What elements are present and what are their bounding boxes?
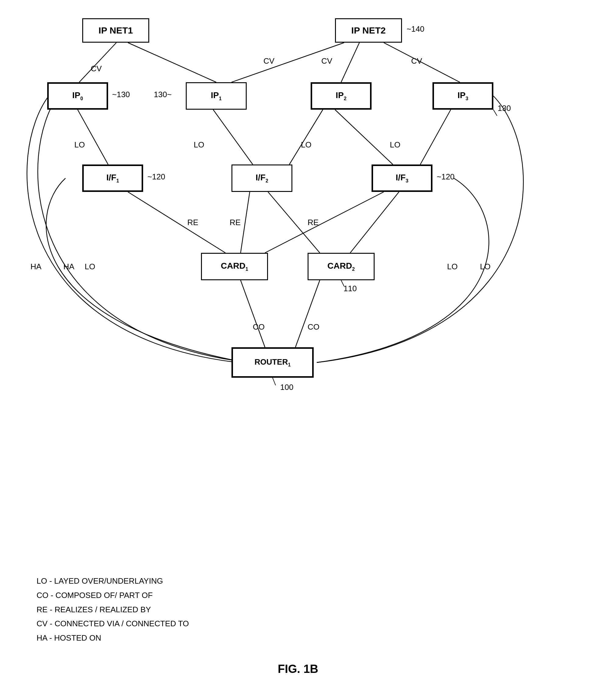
lo-label-if3-router: LO (447, 262, 458, 271)
if3-box: I/F3 (371, 165, 433, 192)
legend-cv: CV - CONNECTED VIA / CONNECTED TO (36, 617, 189, 631)
card1-box: CARD1 (201, 253, 268, 280)
lo-label-2: LO (194, 140, 204, 150)
legend-lo: LO - LAYED OVER/UNDERLAYING (36, 574, 189, 588)
cv-label-2: CV (263, 56, 275, 66)
router1-ref: 100 (280, 382, 293, 392)
svg-line-1 (128, 43, 216, 82)
re-label-3: RE (308, 218, 318, 227)
if1-box: I/F1 (82, 165, 143, 192)
lo-label-3: LO (301, 140, 312, 150)
ip3-label: IP3 (458, 91, 468, 101)
ip2-box: IP2 (311, 82, 371, 110)
ip1-ref: 130~ (154, 90, 172, 99)
co-label-1: CO (253, 322, 265, 332)
card2-box: CARD2 (308, 253, 374, 280)
ip-net2-ref: ~140 (407, 24, 424, 34)
svg-line-9 (420, 110, 451, 165)
card1-label: CARD1 (221, 261, 248, 272)
svg-line-13 (265, 192, 384, 253)
ip3-ref: 130 (498, 104, 511, 113)
lo-label-ip3-router: LO (480, 262, 491, 271)
diagram: IP NET1 IP NET2 IP0 IP1 IP2 IP3 I/F1 I/F… (0, 0, 596, 700)
ip3-box: IP3 (433, 82, 493, 110)
cv-label-4: CV (411, 56, 422, 66)
ip0-box: IP0 (47, 82, 108, 110)
svg-line-16 (295, 280, 320, 347)
lo-label-if1-router: LO (85, 262, 95, 271)
router1-label: ROUTER1 (255, 357, 291, 368)
card2-label: CARD2 (328, 261, 355, 272)
ip2-label: IP2 (336, 91, 346, 101)
if2-label: I/F2 (256, 173, 268, 184)
ha-label-1: HA (30, 262, 42, 271)
svg-line-6 (213, 110, 253, 165)
legend-co: CO - COMPOSED OF/ PART OF (36, 588, 189, 602)
ha-label-2: HA (63, 262, 74, 271)
card2-ref: 110 (343, 284, 357, 293)
re-label-1: RE (187, 218, 198, 227)
svg-line-5 (78, 110, 108, 165)
svg-line-3 (341, 43, 359, 82)
cv-label-1: CV (91, 64, 102, 73)
ip1-box: IP1 (186, 82, 247, 110)
svg-line-19 (493, 110, 497, 116)
if3-label: I/F3 (396, 173, 408, 184)
lo-label-1: LO (74, 140, 85, 150)
legend-ha: HA - HOSTED ON (36, 631, 189, 645)
router1-box: ROUTER1 (231, 347, 314, 378)
svg-line-7 (289, 110, 323, 165)
svg-line-0 (79, 43, 116, 82)
legend: LO - LAYED OVER/UNDERLAYING CO - COMPOSE… (36, 574, 189, 645)
ip0-ref: ~130 (112, 90, 130, 99)
lo-label-4: LO (390, 140, 400, 150)
svg-line-11 (240, 192, 250, 253)
fig-caption: FIG. 1B (0, 662, 596, 676)
ip-net2-label: IP NET2 (352, 25, 386, 35)
ip1-label: IP1 (211, 91, 222, 101)
svg-line-15 (240, 280, 265, 347)
ip-net2-box: IP NET2 (335, 18, 402, 43)
legend-re: RE - REALIZES / REALIZED BY (36, 602, 189, 617)
cv-label-3: CV (321, 56, 332, 66)
co-label-2: CO (308, 322, 319, 332)
re-label-2: RE (230, 218, 240, 227)
ip-net1-box: IP NET1 (82, 18, 149, 43)
svg-line-8 (335, 110, 393, 165)
if1-ref: ~120 (148, 172, 165, 181)
ip-net1-label: IP NET1 (99, 25, 133, 35)
svg-line-18 (273, 378, 276, 385)
ip0-label: IP0 (72, 91, 83, 101)
svg-line-14 (350, 192, 399, 253)
if3-ref: ~120 (437, 172, 455, 181)
if1-label: I/F1 (106, 173, 119, 184)
if2-box: I/F2 (231, 165, 292, 192)
svg-line-10 (128, 192, 225, 253)
